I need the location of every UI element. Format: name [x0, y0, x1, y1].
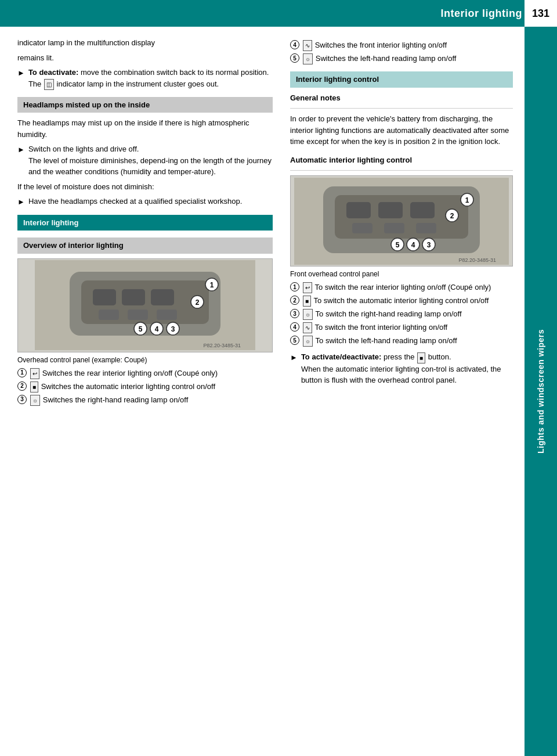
- general-notes-text: In order to prevent the vehicle's batter…: [290, 113, 513, 147]
- r-icon4: ∿: [303, 322, 312, 333]
- svg-text:5: 5: [139, 325, 143, 333]
- overview-title: Overview of interior lighting: [17, 237, 273, 254]
- r-item2-text: ■ To switch the automatic interior light…: [302, 295, 513, 307]
- right-numbered-list: 1 ↩ To switch the rear interior lighting…: [290, 282, 513, 347]
- svg-text:3: 3: [427, 241, 431, 249]
- r-list-item-2: 2 ■ To switch the automatic interior lig…: [290, 295, 513, 307]
- svg-rect-26: [352, 223, 372, 233]
- left-numbered-list: 1 ↩ Switches the rear interior lighting …: [17, 368, 273, 406]
- r-item5-text2: ☼ To switch the left-hand reading lamp o…: [302, 335, 513, 347]
- header-bar: Interior lighting: [0, 0, 557, 27]
- svg-rect-3: [93, 289, 116, 305]
- r-item4-text: ∿ Switches the front interior lighting o…: [302, 39, 513, 51]
- deactivate-body: move the combination switch back to its …: [81, 68, 269, 77]
- svg-text:1: 1: [210, 281, 214, 289]
- main-content: indicator lamp in the multifunction disp…: [0, 27, 525, 756]
- svg-text:P82.20-3485-31: P82.20-3485-31: [458, 257, 496, 263]
- divider-1: [290, 108, 513, 109]
- if-text: If the level of moisture does not dimini…: [17, 181, 273, 193]
- sidebar-text: Lights and windscreen wipers: [536, 329, 545, 453]
- svg-rect-28: [416, 223, 436, 233]
- auto-section-title: Automatic interior lighting control: [290, 154, 513, 166]
- svg-rect-6: [99, 309, 119, 320]
- deactivate-label: To deactivate:: [28, 68, 78, 77]
- list-item-2: 2 ■ Switches the automatic interior ligh…: [17, 381, 273, 393]
- r-list-item-1: 1 ↩ To switch the rear interior lighting…: [290, 282, 513, 293]
- left-car-svg: 1 2 3 4 5 P82.20-3485-31: [35, 260, 255, 350]
- activate-icon: ■: [417, 352, 425, 363]
- right-car-image-container: 1 2 3 4 5 P82.20-3485-31: [290, 175, 513, 267]
- svg-rect-5: [151, 289, 174, 305]
- num-2: 2: [17, 381, 27, 391]
- sidebar-label: Lights and windscreen wipers: [525, 27, 557, 756]
- r-list-item-3: 3 ☼ To switch the right-hand reading lam…: [290, 308, 513, 320]
- svg-text:5: 5: [396, 241, 400, 249]
- the-text: The: [28, 80, 41, 88]
- svg-text:3: 3: [171, 325, 175, 333]
- svg-rect-8: [157, 309, 177, 320]
- svg-rect-25: [410, 202, 435, 218]
- page-number: 131: [525, 0, 557, 27]
- switch-lights-text: Switch on the lights and drive off. The …: [28, 143, 273, 178]
- left-car-image-container: 1 2 3 4 5 P82.20-3485-31: [17, 258, 273, 352]
- left-caption: Overhead control panel (example: Coupé): [17, 355, 273, 365]
- activate-bullet: ► To activate/deactivate: press the ■ bu…: [290, 351, 513, 386]
- num-1: 1: [17, 368, 27, 377]
- r-icon1: ↩: [303, 282, 312, 293]
- item1-text: ↩ Switches the rear interior lighting on…: [30, 368, 273, 379]
- right-car-image: 1 2 3 4 5 P82.20-3485-31: [291, 176, 512, 266]
- indicator-suffix: indicator lamp in the instrument cluster…: [57, 80, 219, 88]
- r-list-item-5: 5 ☼ To switch the left-hand reading lamp…: [290, 335, 513, 347]
- r-item4-text2: ∿ To switch the front interior lighting …: [302, 322, 513, 333]
- arrow-icon-2: ►: [17, 144, 25, 178]
- deactivate-text: To deactivate: move the combination swit…: [28, 67, 273, 90]
- headlamps-section-title: Headlamps misted up on the inside: [17, 97, 273, 113]
- svg-text:4: 4: [411, 241, 415, 249]
- general-notes-title: General notes: [290, 92, 513, 104]
- headlamp-text: The headlamps may mist up on the inside …: [17, 117, 273, 140]
- item3-text: ☼ Switches the right-hand reading lamp o…: [30, 394, 273, 406]
- svg-rect-7: [128, 309, 148, 320]
- svg-rect-4: [122, 289, 145, 305]
- left-column: indicator lamp in the multifunction disp…: [0, 27, 284, 756]
- rn-5: 5: [290, 336, 299, 345]
- intro-line2: remains lit.: [17, 52, 273, 64]
- arrow-icon-3: ►: [17, 196, 25, 208]
- svg-text:4: 4: [155, 325, 159, 333]
- svg-text:2: 2: [450, 212, 454, 220]
- rn-1: 1: [290, 282, 299, 291]
- r-icon2: ■: [303, 296, 311, 307]
- r-item3-text: ☼ To switch the right-hand reading lamp …: [302, 308, 513, 320]
- svg-text:2: 2: [196, 298, 200, 307]
- left-car-image: 1 2 3 4 5 P82.20-3485-31: [18, 259, 272, 352]
- switch-lights-bullet: ► Switch on the lights and drive off. Th…: [17, 143, 273, 178]
- arrow-icon: ►: [17, 67, 25, 90]
- r-item5-icon: ☼: [303, 53, 313, 64]
- right-caption: Front overhead control panel: [290, 269, 513, 279]
- right-intro-list: 4 ∿ Switches the front interior lighting…: [290, 39, 513, 64]
- right-item-5: 5 ☼ Switches the left-hand reading lamp …: [290, 53, 513, 64]
- intro-line1: indicator lamp in the multifunction disp…: [17, 37, 273, 49]
- right-item-4: 4 ∿ Switches the front interior lighting…: [290, 39, 513, 51]
- activate-label: To activate/deactivate:: [301, 352, 381, 361]
- r-list-item-4: 4 ∿ To switch the front interior lightin…: [290, 322, 513, 333]
- item2-text: ■ Switches the automatic interior lighti…: [30, 381, 273, 393]
- r-item5-text: ☼ Switches the left-hand reading lamp on…: [302, 53, 513, 64]
- svg-rect-23: [346, 202, 371, 218]
- num-3: 3: [17, 395, 27, 404]
- list-item-1: 1 ↩ Switches the rear interior lighting …: [17, 368, 273, 379]
- svg-text:1: 1: [465, 196, 469, 204]
- indicator-icon: ​◫: [44, 79, 54, 90]
- item1-icon: ↩: [30, 368, 39, 379]
- control-section-title: Interior lighting control: [290, 71, 513, 88]
- rn-4: 4: [290, 322, 299, 332]
- rn-3: 3: [290, 309, 299, 318]
- svg-rect-24: [378, 202, 403, 218]
- svg-text:P82.20-3485-31: P82.20-3485-31: [203, 343, 241, 348]
- r-icon3: ☼: [303, 309, 313, 320]
- activate-arrow: ►: [290, 352, 298, 386]
- item2-icon: ■: [30, 381, 38, 393]
- headlamp-check-text: Have the headlamps checked at a qualifie…: [28, 196, 273, 208]
- list-item-3: 3 ☼ Switches the right-hand reading lamp…: [17, 394, 273, 406]
- r-item1-text: ↩ To switch the rear interior lighting o…: [302, 282, 513, 293]
